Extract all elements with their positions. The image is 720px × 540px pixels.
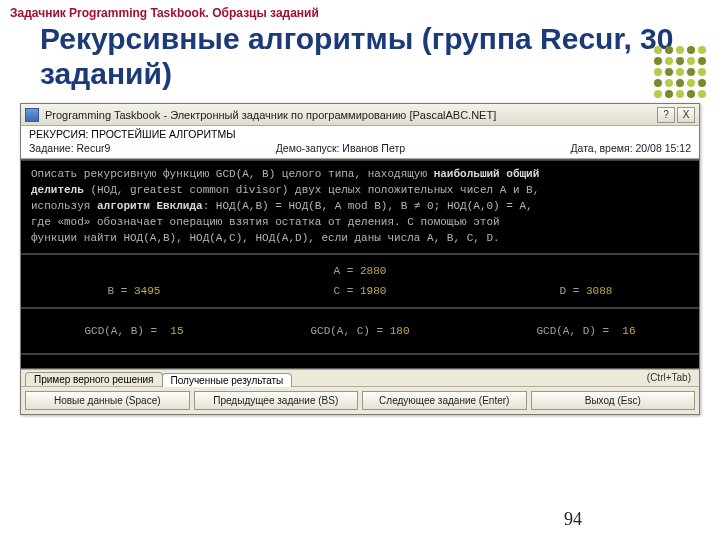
tab-correct-example[interactable]: Пример верного решения bbox=[25, 372, 163, 386]
exit-button[interactable]: Выход (Esc) bbox=[531, 391, 696, 410]
tab-bar: Пример верного решения Полученные резуль… bbox=[21, 369, 699, 387]
datetime-label: Дата, время: 20/08 15:12 bbox=[570, 142, 691, 154]
demo-label: Демо-запуск: Иванов Петр bbox=[276, 142, 405, 154]
prev-task-button[interactable]: Предыдущее задание (BS) bbox=[194, 391, 359, 410]
tab-results[interactable]: Полученные результаты bbox=[162, 373, 293, 387]
button-bar: Новые данные (Space) Предыдущее задание … bbox=[21, 387, 699, 414]
row-a: A = 2880 bbox=[31, 261, 689, 281]
page-number: 94 bbox=[564, 509, 582, 530]
new-data-button[interactable]: Новые данные (Space) bbox=[25, 391, 190, 410]
window-titlebar[interactable]: Programming Taskbook - Электронный задач… bbox=[21, 104, 699, 126]
taskbook-window: Programming Taskbook - Электронный задач… bbox=[20, 103, 700, 415]
output-data-section: GCD(A, B) = 15 GCD(A, C) = 180 GCD(A, D)… bbox=[21, 308, 699, 354]
task-description: Описать рекурсивную функцию GCD(A, B) це… bbox=[21, 160, 699, 254]
info-bar: РЕКУРСИЯ: ПРОСТЕЙШИЕ АЛГОРИТМЫ Задание: … bbox=[21, 126, 699, 159]
slide-title: Рекурсивные алгоритмы (группа Recur, 30 … bbox=[0, 20, 720, 103]
decorative-dots bbox=[654, 46, 706, 98]
close-button[interactable]: X bbox=[677, 107, 695, 123]
slide-header: Задачник Programming Taskbook. Образцы з… bbox=[0, 0, 720, 20]
window-title: Programming Taskbook - Электронный задач… bbox=[45, 109, 655, 121]
topic-text: РЕКУРСИЯ: ПРОСТЕЙШИЕ АЛГОРИТМЫ bbox=[29, 128, 691, 140]
row-gcd: GCD(A, B) = 15 GCD(A, C) = 180 GCD(A, D)… bbox=[31, 321, 689, 341]
next-task-button[interactable]: Следующее задание (Enter) bbox=[362, 391, 527, 410]
task-label: Задание: Recur9 bbox=[29, 142, 110, 154]
help-button[interactable]: ? bbox=[657, 107, 675, 123]
row-bcd: B = 3495 C = 1980 D = 3088 bbox=[31, 281, 689, 301]
app-icon bbox=[25, 108, 39, 122]
terminal-area: Описать рекурсивную функцию GCD(A, B) це… bbox=[21, 159, 699, 369]
tab-hint: (Ctrl+Tab) bbox=[647, 372, 695, 383]
input-data-section: A = 2880 B = 3495 C = 1980 D = 3088 bbox=[21, 254, 699, 308]
